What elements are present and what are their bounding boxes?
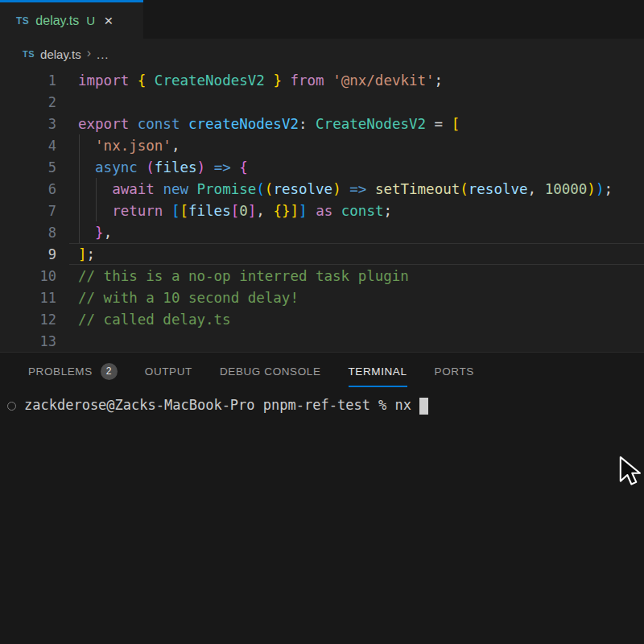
code-token	[265, 72, 274, 89]
panel-tab-label: TERMINAL	[349, 365, 407, 378]
code-token	[341, 181, 350, 197]
code-token: export	[78, 116, 129, 132]
code-token: // called delay.ts	[78, 312, 231, 328]
code-token	[265, 203, 274, 219]
panel-tab-label: PROBLEMS	[28, 365, 93, 378]
code-token	[78, 159, 95, 175]
code-token: 'nx.json'	[95, 138, 171, 154]
code-token	[324, 72, 333, 89]
git-untracked-badge: U	[86, 14, 95, 27]
code-line[interactable]: 5 async (files) => {	[0, 156, 644, 178]
terminal[interactable]: zackderose@Zacks-MacBook-Pro pnpm-ref-te…	[0, 394, 644, 417]
code-token: const	[138, 116, 180, 132]
code-text: import { CreateNodesV2 } from '@nx/devki…	[78, 72, 443, 89]
breadcrumb-file[interactable]: delay.ts	[40, 47, 81, 61]
line-number: 7	[0, 203, 56, 219]
line-number: 4	[0, 138, 56, 154]
code-token	[78, 138, 95, 154]
code-token: CreateNodesV2	[155, 72, 265, 89]
code-token: ,	[171, 138, 180, 154]
code-token	[332, 203, 341, 219]
problems-count-badge: 2	[101, 363, 118, 380]
code-token: ;	[87, 246, 96, 262]
indent-guide	[96, 178, 97, 200]
code-token: :	[299, 116, 308, 132]
code-token: setTimeout	[375, 181, 460, 197]
code-line[interactable]: 6 await new Promise((resolve) => setTime…	[0, 178, 644, 200]
chevron-right-icon: ›	[87, 46, 91, 60]
code-token: }	[95, 225, 104, 241]
code-line[interactable]: 13	[0, 330, 644, 352]
line-number: 5	[0, 159, 56, 175]
code-line[interactable]: 4 'nx.json',	[0, 134, 644, 156]
code-token: '@nx/devkit'	[332, 72, 434, 89]
code-token: createNodesV2	[188, 116, 299, 132]
code-token	[443, 116, 452, 132]
panel-tab-label: PORTS	[435, 365, 474, 378]
code-token: from	[290, 72, 324, 89]
code-token	[426, 116, 435, 132]
code-token	[231, 159, 240, 175]
indent-guide	[79, 134, 80, 156]
code-line[interactable]: 11// with a 10 second delay!	[0, 287, 644, 308]
code-line[interactable]: 3export const createNodesV2: CreateNodes…	[0, 113, 644, 134]
code-token: // with a 10 second delay!	[78, 290, 299, 306]
code-line[interactable]: 12// called delay.ts	[0, 308, 644, 330]
current-line-highlight	[69, 243, 644, 265]
indent-guide	[79, 178, 80, 200]
code-token: Promise	[197, 181, 257, 197]
code-text: // this is a no-op interred task plugin	[78, 268, 409, 284]
code-token: =	[435, 116, 444, 132]
panel-tab-ports[interactable]: PORTS	[435, 353, 474, 390]
code-token: resolve	[273, 181, 332, 197]
code-line[interactable]: 7 return [[files[0], {}]] as const;	[0, 200, 644, 221]
command-decoration-circle-icon	[7, 402, 16, 411]
code-token: =>	[349, 181, 366, 197]
code-token	[205, 159, 214, 175]
panel-tab-output[interactable]: OUTPUT	[145, 353, 192, 390]
indent-guide	[79, 200, 80, 221]
code-token: ]	[78, 246, 87, 262]
code-text: async (files) => {	[78, 159, 248, 175]
line-number: 9	[0, 246, 56, 262]
terminal-prompt: zackderose@Zacks-MacBook-Pro pnpm-ref-te…	[24, 397, 428, 415]
indent-guide	[96, 200, 97, 221]
code-token	[188, 181, 197, 197]
panel-tab-problems[interactable]: PROBLEMS2	[28, 353, 118, 390]
code-token: {	[138, 72, 147, 89]
line-number: 2	[0, 94, 56, 110]
code-token: resolve	[469, 181, 528, 197]
code-token: ;	[383, 203, 392, 219]
code-text: // called delay.ts	[78, 312, 231, 328]
tab-delay-ts[interactable]: TS delay.ts U ×	[0, 0, 143, 39]
code-line[interactable]: 9];	[0, 243, 644, 265]
code-line[interactable]: 1import { CreateNodesV2 } from '@nx/devk…	[0, 69, 644, 91]
panel-tab-debug-console[interactable]: DEBUG CONSOLE	[220, 353, 321, 390]
typescript-file-icon: TS	[23, 49, 35, 59]
tab-filename: delay.ts	[35, 14, 79, 28]
code-token: =>	[214, 159, 231, 175]
code-line[interactable]: 8 },	[0, 221, 644, 243]
code-token: ]	[299, 203, 308, 219]
code-token	[129, 72, 138, 89]
code-token: }	[273, 72, 282, 89]
code-token: ]	[248, 203, 257, 219]
code-token: (	[460, 181, 469, 197]
code-token	[282, 72, 291, 89]
code-token: (	[256, 181, 265, 197]
code-editor[interactable]: 1import { CreateNodesV2 } from '@nx/devk…	[0, 69, 644, 352]
code-token	[180, 116, 188, 132]
panel-tab-bar: PROBLEMS2OUTPUTDEBUG CONSOLETERMINALPORT…	[0, 353, 644, 390]
code-token: // this is a no-op interred task plugin	[78, 268, 409, 284]
close-icon[interactable]: ×	[104, 13, 113, 28]
breadcrumb: TS delay.ts › ...	[0, 39, 644, 69]
code-line[interactable]: 2	[0, 91, 644, 113]
panel-tab-terminal[interactable]: TERMINAL	[349, 353, 407, 390]
code-line[interactable]: 10// this is a no-op interred task plugi…	[0, 265, 644, 287]
line-number: 3	[0, 116, 56, 132]
code-token	[308, 116, 316, 132]
code-token: as	[316, 203, 332, 219]
code-token: ,	[528, 181, 537, 197]
breadcrumb-symbol-ellipsis[interactable]: ...	[97, 47, 109, 61]
code-token	[129, 116, 138, 132]
